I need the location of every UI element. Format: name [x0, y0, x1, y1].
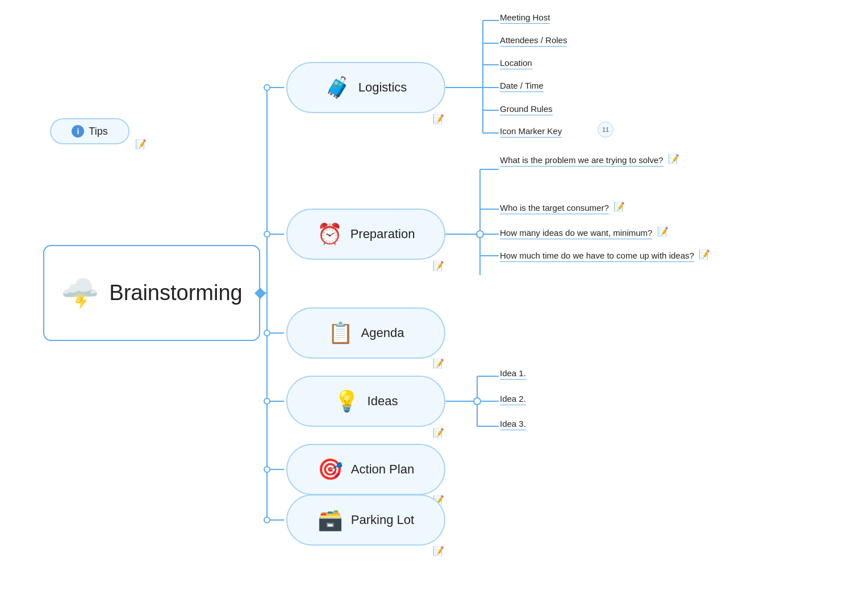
leaf-edit-icon[interactable]: 📝: [668, 154, 679, 164]
leaf-ground-rules: Ground Rules: [500, 104, 553, 115]
leaf-text: Attendees / Roles: [500, 35, 567, 47]
agenda-node[interactable]: 📋 Agenda: [286, 307, 445, 359]
leaf-location: Location: [500, 58, 532, 69]
leaf-problem: What is the problem we are trying to sol…: [500, 155, 677, 167]
leaf-text: Idea 1.: [500, 368, 526, 380]
logistics-label: Logistics: [358, 80, 407, 95]
preparation-edit-icon[interactable]: 📝: [433, 260, 444, 271]
leaf-text: How much time do we have to come up with…: [500, 251, 694, 262]
leaf-attendees: Attendees / Roles: [500, 35, 567, 47]
leaf-text: Ground Rules: [500, 104, 553, 115]
cabinet-icon: 🗃️: [318, 508, 343, 532]
svg-point-29: [264, 330, 270, 336]
preparation-label: Preparation: [350, 227, 415, 242]
parking-lot-node[interactable]: 🗃️ Parking Lot: [286, 494, 445, 546]
clock-icon: ⏰: [317, 222, 343, 246]
svg-point-33: [477, 231, 483, 238]
storm-icon: 🌩️: [61, 275, 99, 311]
leaf-meeting-host: Meeting Host: [500, 13, 550, 24]
leaf-text: How many ideas do we want, minimum?: [500, 228, 652, 239]
leaf-idea3: Idea 3.: [500, 419, 526, 430]
briefcase-icon: 🧳: [325, 76, 350, 99]
leaf-date-time: Date / Time: [500, 81, 544, 92]
ideas-node[interactable]: 💡 Ideas: [286, 376, 445, 427]
parking-lot-label: Parking Lot: [351, 513, 414, 527]
leaf-idea2: Idea 2.: [500, 394, 526, 405]
leaf-text: Location: [500, 58, 532, 69]
action-plan-node[interactable]: 🎯 Action Plan: [286, 444, 445, 495]
central-node: 🌩️ Brainstorming: [43, 245, 260, 341]
leaf-text: Idea 2.: [500, 394, 526, 405]
tips-label: Tips: [89, 126, 107, 138]
ideas-edit-icon[interactable]: 📝: [433, 427, 444, 438]
leaf-idea1: Idea 1.: [500, 368, 526, 380]
bulb-icon: 💡: [334, 389, 360, 413]
svg-point-27: [264, 85, 270, 90]
action-icon: 🎯: [318, 457, 343, 481]
logistics-node[interactable]: 🧳 Logistics: [286, 62, 445, 113]
leaf-edit-icon[interactable]: 📝: [699, 249, 710, 259]
leaf-text: Meeting Host: [500, 13, 550, 24]
icon-marker-badge: 11: [598, 122, 614, 138]
preparation-node[interactable]: ⏰ Preparation: [286, 209, 445, 260]
svg-point-34: [474, 398, 481, 405]
info-icon: i: [72, 125, 84, 138]
leaf-edit-icon[interactable]: 📝: [614, 202, 625, 211]
svg-point-30: [264, 398, 270, 404]
central-label: Brainstorming: [109, 281, 242, 305]
leaf-ideas-min: How many ideas do we want, minimum? 📝: [500, 227, 666, 239]
leaf-text: Date / Time: [500, 81, 544, 92]
leaf-edit-icon[interactable]: 📝: [657, 227, 669, 236]
clipboard-icon: 📋: [328, 321, 353, 345]
leaf-text: Idea 3.: [500, 419, 526, 430]
leaf-time-ideas: How much time do we have to come up with…: [500, 250, 708, 262]
leaf-icon-marker: Icon Marker Key 11: [500, 126, 562, 138]
ideas-label: Ideas: [368, 394, 398, 409]
svg-point-28: [264, 231, 270, 237]
agenda-label: Agenda: [361, 326, 404, 340]
parking-lot-edit-icon[interactable]: 📝: [433, 546, 444, 556]
leaf-text: Icon Marker Key: [500, 126, 562, 138]
leaf-text: What is the problem we are trying to sol…: [500, 155, 663, 167]
tips-edit-icon[interactable]: 📝: [135, 139, 147, 149]
agenda-edit-icon[interactable]: 📝: [433, 358, 444, 369]
tips-node[interactable]: i Tips: [50, 118, 130, 144]
svg-point-32: [264, 517, 270, 523]
action-plan-label: Action Plan: [351, 462, 414, 477]
leaf-text: Who is the target consumer?: [500, 203, 609, 214]
logistics-edit-icon[interactable]: 📝: [433, 114, 444, 124]
svg-point-31: [264, 467, 270, 472]
leaf-target-consumer: Who is the target consumer? 📝: [500, 202, 623, 214]
